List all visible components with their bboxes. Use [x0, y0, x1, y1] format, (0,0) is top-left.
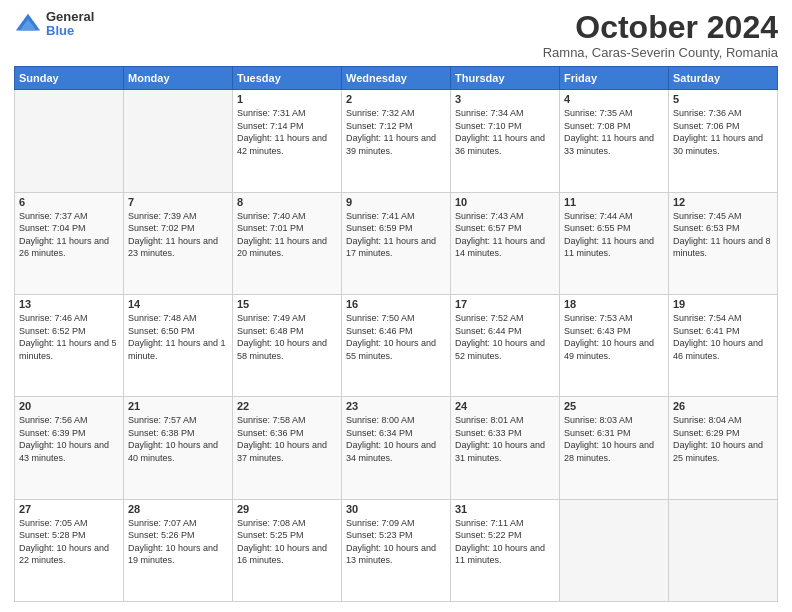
day-number: 1: [237, 93, 337, 105]
calendar-cell: 10Sunrise: 7:43 AM Sunset: 6:57 PM Dayli…: [451, 192, 560, 294]
day-number: 21: [128, 400, 228, 412]
day-info: Sunrise: 7:54 AM Sunset: 6:41 PM Dayligh…: [673, 312, 773, 362]
day-number: 5: [673, 93, 773, 105]
calendar-cell: 24Sunrise: 8:01 AM Sunset: 6:33 PM Dayli…: [451, 397, 560, 499]
calendar-week-3: 13Sunrise: 7:46 AM Sunset: 6:52 PM Dayli…: [15, 294, 778, 396]
calendar: SundayMondayTuesdayWednesdayThursdayFrid…: [14, 66, 778, 602]
day-number: 15: [237, 298, 337, 310]
calendar-cell: 9Sunrise: 7:41 AM Sunset: 6:59 PM Daylig…: [342, 192, 451, 294]
calendar-cell: 27Sunrise: 7:05 AM Sunset: 5:28 PM Dayli…: [15, 499, 124, 601]
day-number: 8: [237, 196, 337, 208]
logo-blue: Blue: [46, 24, 94, 38]
day-number: 13: [19, 298, 119, 310]
day-info: Sunrise: 7:40 AM Sunset: 7:01 PM Dayligh…: [237, 210, 337, 260]
day-info: Sunrise: 7:49 AM Sunset: 6:48 PM Dayligh…: [237, 312, 337, 362]
calendar-cell: 21Sunrise: 7:57 AM Sunset: 6:38 PM Dayli…: [124, 397, 233, 499]
day-header-friday: Friday: [560, 67, 669, 90]
day-info: Sunrise: 7:31 AM Sunset: 7:14 PM Dayligh…: [237, 107, 337, 157]
day-number: 11: [564, 196, 664, 208]
day-header-thursday: Thursday: [451, 67, 560, 90]
calendar-cell: [124, 90, 233, 192]
day-info: Sunrise: 8:04 AM Sunset: 6:29 PM Dayligh…: [673, 414, 773, 464]
day-info: Sunrise: 7:45 AM Sunset: 6:53 PM Dayligh…: [673, 210, 773, 260]
calendar-cell: 25Sunrise: 8:03 AM Sunset: 6:31 PM Dayli…: [560, 397, 669, 499]
day-header-monday: Monday: [124, 67, 233, 90]
calendar-cell: 4Sunrise: 7:35 AM Sunset: 7:08 PM Daylig…: [560, 90, 669, 192]
calendar-cell: 11Sunrise: 7:44 AM Sunset: 6:55 PM Dayli…: [560, 192, 669, 294]
day-info: Sunrise: 7:56 AM Sunset: 6:39 PM Dayligh…: [19, 414, 119, 464]
day-info: Sunrise: 7:46 AM Sunset: 6:52 PM Dayligh…: [19, 312, 119, 362]
calendar-week-4: 20Sunrise: 7:56 AM Sunset: 6:39 PM Dayli…: [15, 397, 778, 499]
day-number: 19: [673, 298, 773, 310]
calendar-cell: 15Sunrise: 7:49 AM Sunset: 6:48 PM Dayli…: [233, 294, 342, 396]
day-number: 12: [673, 196, 773, 208]
calendar-cell: 2Sunrise: 7:32 AM Sunset: 7:12 PM Daylig…: [342, 90, 451, 192]
logo-text: General Blue: [46, 10, 94, 39]
calendar-week-5: 27Sunrise: 7:05 AM Sunset: 5:28 PM Dayli…: [15, 499, 778, 601]
day-number: 27: [19, 503, 119, 515]
day-info: Sunrise: 7:11 AM Sunset: 5:22 PM Dayligh…: [455, 517, 555, 567]
day-number: 2: [346, 93, 446, 105]
calendar-cell: 20Sunrise: 7:56 AM Sunset: 6:39 PM Dayli…: [15, 397, 124, 499]
day-number: 29: [237, 503, 337, 515]
day-header-tuesday: Tuesday: [233, 67, 342, 90]
day-info: Sunrise: 8:03 AM Sunset: 6:31 PM Dayligh…: [564, 414, 664, 464]
day-number: 20: [19, 400, 119, 412]
day-number: 3: [455, 93, 555, 105]
calendar-cell: 3Sunrise: 7:34 AM Sunset: 7:10 PM Daylig…: [451, 90, 560, 192]
calendar-cell: 22Sunrise: 7:58 AM Sunset: 6:36 PM Dayli…: [233, 397, 342, 499]
logo-icon: [14, 10, 42, 38]
day-info: Sunrise: 7:43 AM Sunset: 6:57 PM Dayligh…: [455, 210, 555, 260]
day-info: Sunrise: 7:44 AM Sunset: 6:55 PM Dayligh…: [564, 210, 664, 260]
day-number: 10: [455, 196, 555, 208]
day-info: Sunrise: 7:48 AM Sunset: 6:50 PM Dayligh…: [128, 312, 228, 362]
day-number: 22: [237, 400, 337, 412]
calendar-cell: 13Sunrise: 7:46 AM Sunset: 6:52 PM Dayli…: [15, 294, 124, 396]
calendar-week-2: 6Sunrise: 7:37 AM Sunset: 7:04 PM Daylig…: [15, 192, 778, 294]
calendar-cell: 26Sunrise: 8:04 AM Sunset: 6:29 PM Dayli…: [669, 397, 778, 499]
calendar-cell: 6Sunrise: 7:37 AM Sunset: 7:04 PM Daylig…: [15, 192, 124, 294]
calendar-cell: 12Sunrise: 7:45 AM Sunset: 6:53 PM Dayli…: [669, 192, 778, 294]
day-info: Sunrise: 7:07 AM Sunset: 5:26 PM Dayligh…: [128, 517, 228, 567]
day-number: 6: [19, 196, 119, 208]
location-subtitle: Ramna, Caras-Severin County, Romania: [543, 45, 778, 60]
day-info: Sunrise: 7:50 AM Sunset: 6:46 PM Dayligh…: [346, 312, 446, 362]
day-number: 4: [564, 93, 664, 105]
logo: General Blue: [14, 10, 94, 39]
calendar-cell: 17Sunrise: 7:52 AM Sunset: 6:44 PM Dayli…: [451, 294, 560, 396]
day-info: Sunrise: 7:53 AM Sunset: 6:43 PM Dayligh…: [564, 312, 664, 362]
calendar-cell: [15, 90, 124, 192]
day-number: 24: [455, 400, 555, 412]
calendar-cell: [669, 499, 778, 601]
logo-general: General: [46, 10, 94, 24]
calendar-cell: 14Sunrise: 7:48 AM Sunset: 6:50 PM Dayli…: [124, 294, 233, 396]
page: General Blue October 2024 Ramna, Caras-S…: [0, 0, 792, 612]
day-number: 17: [455, 298, 555, 310]
calendar-cell: 1Sunrise: 7:31 AM Sunset: 7:14 PM Daylig…: [233, 90, 342, 192]
day-info: Sunrise: 8:00 AM Sunset: 6:34 PM Dayligh…: [346, 414, 446, 464]
day-number: 16: [346, 298, 446, 310]
day-info: Sunrise: 7:34 AM Sunset: 7:10 PM Dayligh…: [455, 107, 555, 157]
days-header-row: SundayMondayTuesdayWednesdayThursdayFrid…: [15, 67, 778, 90]
day-number: 7: [128, 196, 228, 208]
day-number: 26: [673, 400, 773, 412]
day-info: Sunrise: 7:08 AM Sunset: 5:25 PM Dayligh…: [237, 517, 337, 567]
calendar-cell: 30Sunrise: 7:09 AM Sunset: 5:23 PM Dayli…: [342, 499, 451, 601]
day-header-saturday: Saturday: [669, 67, 778, 90]
day-number: 23: [346, 400, 446, 412]
day-number: 18: [564, 298, 664, 310]
calendar-cell: 16Sunrise: 7:50 AM Sunset: 6:46 PM Dayli…: [342, 294, 451, 396]
day-number: 9: [346, 196, 446, 208]
day-info: Sunrise: 7:41 AM Sunset: 6:59 PM Dayligh…: [346, 210, 446, 260]
day-number: 25: [564, 400, 664, 412]
calendar-cell: [560, 499, 669, 601]
month-title: October 2024: [543, 10, 778, 45]
calendar-cell: 7Sunrise: 7:39 AM Sunset: 7:02 PM Daylig…: [124, 192, 233, 294]
calendar-cell: 29Sunrise: 7:08 AM Sunset: 5:25 PM Dayli…: [233, 499, 342, 601]
day-info: Sunrise: 7:37 AM Sunset: 7:04 PM Dayligh…: [19, 210, 119, 260]
day-number: 28: [128, 503, 228, 515]
calendar-cell: 19Sunrise: 7:54 AM Sunset: 6:41 PM Dayli…: [669, 294, 778, 396]
day-info: Sunrise: 7:57 AM Sunset: 6:38 PM Dayligh…: [128, 414, 228, 464]
day-info: Sunrise: 7:32 AM Sunset: 7:12 PM Dayligh…: [346, 107, 446, 157]
day-number: 30: [346, 503, 446, 515]
